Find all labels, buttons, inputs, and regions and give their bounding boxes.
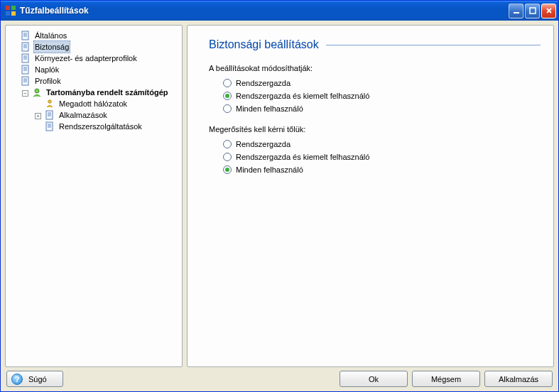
tree-item-logs[interactable]: Naplók xyxy=(9,64,179,75)
document-icon xyxy=(20,75,31,87)
document-icon xyxy=(44,121,55,132)
radio-confirm-all[interactable]: Minden felhasználó xyxy=(223,163,541,176)
radio-label: Rendszergazda xyxy=(236,140,291,148)
svg-rect-10 xyxy=(22,43,28,51)
cancel-button[interactable]: Mégsem xyxy=(412,371,480,387)
svg-rect-4 xyxy=(514,12,519,13)
tree-item-env-adapter[interactable]: Környezet- és adapterprofilok xyxy=(9,53,179,64)
svg-rect-14 xyxy=(22,54,28,62)
tree-label: Rendszerszolgáltatások xyxy=(58,121,143,132)
svg-rect-5 xyxy=(530,8,536,13)
tree-item-allowed-networks[interactable]: Megadott hálózatok xyxy=(33,98,179,109)
tree-label: Általános xyxy=(33,30,68,41)
tree-label: Profilok xyxy=(33,75,63,87)
document-icon xyxy=(20,64,31,75)
button-label: Súgó xyxy=(28,375,47,383)
button-label: Alkalmazás xyxy=(499,375,538,383)
document-icon xyxy=(44,109,55,121)
window-title: Tűzfalbeállítások xyxy=(20,6,509,16)
button-label: Ok xyxy=(369,375,379,383)
titlebar[interactable]: Tűzfalbeállítások xyxy=(1,1,558,21)
app-icon xyxy=(5,5,16,16)
client-area: Általános Biztonság xyxy=(1,21,558,391)
nav-tree[interactable]: Általános Biztonság xyxy=(5,25,183,367)
button-bar: ? Súgó Ok Mégsem Alkalmazás xyxy=(5,371,554,387)
radio-icon xyxy=(223,153,232,161)
firewall-settings-window: Tűzfalbeállítások xyxy=(0,0,559,392)
svg-rect-32 xyxy=(46,122,53,131)
content-pane: Biztonsági beállítások A beállításokat m… xyxy=(187,25,554,367)
svg-point-26 xyxy=(35,89,39,93)
ok-button[interactable]: Ok xyxy=(340,371,408,387)
svg-rect-28 xyxy=(46,111,53,119)
minimize-button[interactable] xyxy=(509,4,523,18)
radio-icon xyxy=(223,165,232,174)
tree-label: Alkalmazások xyxy=(58,109,109,121)
radio-label: Minden felhasználó xyxy=(236,104,303,113)
button-label: Mégsem xyxy=(431,375,461,383)
radio-group-confirm: Rendszergazda Rendszergazda és kiemelt f… xyxy=(223,138,541,176)
svg-rect-1 xyxy=(11,6,16,10)
tree-item-security[interactable]: Biztonság xyxy=(9,41,179,53)
tree-label: Tartományba rendelt számítógép xyxy=(45,87,170,98)
tree-item-general[interactable]: Általános xyxy=(9,30,179,41)
radio-icon xyxy=(223,92,232,100)
radio-label: Rendszergazda xyxy=(236,79,291,87)
document-icon xyxy=(20,41,31,53)
svg-rect-3 xyxy=(11,11,16,16)
radio-modify-admin-power[interactable]: Rendszergazda és kiemelt felhasználó xyxy=(223,89,541,102)
svg-rect-2 xyxy=(6,11,10,16)
radio-label: Rendszergazda és kiemelt felhasználó xyxy=(236,92,369,100)
radio-icon xyxy=(223,79,232,87)
tree-item-domain-computer[interactable]: − Tartományba rendelt számítógép xyxy=(20,87,179,98)
expand-toggle[interactable]: + xyxy=(34,109,42,121)
page-heading-row: Biztonsági beállítások xyxy=(209,38,541,51)
svg-rect-6 xyxy=(22,31,28,40)
apply-button[interactable]: Alkalmazás xyxy=(484,371,553,387)
radio-icon xyxy=(223,140,232,148)
help-icon: ? xyxy=(11,374,23,385)
radio-icon xyxy=(223,104,232,113)
help-button[interactable]: ? Súgó xyxy=(6,371,63,387)
document-icon xyxy=(20,53,31,64)
tree-item-system-services[interactable]: Rendszerszolgáltatások xyxy=(33,121,179,132)
tree-item-profiles[interactable]: Profilok xyxy=(9,75,179,87)
svg-rect-22 xyxy=(22,77,28,85)
computer-icon xyxy=(31,87,43,98)
tree-label: Környezet- és adapterprofilok xyxy=(33,53,139,64)
radio-group-modify: Rendszergazda Rendszergazda és kiemelt f… xyxy=(223,77,541,115)
network-icon xyxy=(44,98,55,109)
document-icon xyxy=(20,30,31,41)
radio-confirm-admin-power[interactable]: Rendszergazda és kiemelt felhasználó xyxy=(223,151,541,163)
collapse-toggle[interactable]: − xyxy=(21,87,29,98)
tree-label: Naplók xyxy=(33,64,60,75)
tree-label: Megadott hálózatok xyxy=(58,98,129,109)
page-title: Biztonsági beállítások xyxy=(209,38,319,51)
window-controls xyxy=(509,4,556,18)
heading-divider xyxy=(326,45,541,45)
radio-confirm-admin[interactable]: Rendszergazda xyxy=(223,138,541,151)
tree-label: Biztonság xyxy=(33,40,70,53)
group-label-modify: A beállításokat módosíthatják: xyxy=(209,64,541,72)
radio-label: Minden felhasználó xyxy=(236,165,303,174)
split-panes: Általános Biztonság xyxy=(5,25,554,367)
radio-modify-admin[interactable]: Rendszergazda xyxy=(223,77,541,89)
close-button[interactable] xyxy=(541,4,556,18)
group-label-confirm: Megerősítés kell kérni tőlük: xyxy=(209,125,541,134)
svg-point-27 xyxy=(48,100,51,103)
radio-label: Rendszergazda és kiemelt felhasználó xyxy=(236,153,369,161)
svg-rect-0 xyxy=(6,6,10,10)
radio-modify-all[interactable]: Minden felhasználó xyxy=(223,102,541,115)
svg-rect-18 xyxy=(22,65,28,74)
tree-item-applications[interactable]: + Alkalmazások xyxy=(33,109,179,121)
maximize-button[interactable] xyxy=(525,4,540,18)
